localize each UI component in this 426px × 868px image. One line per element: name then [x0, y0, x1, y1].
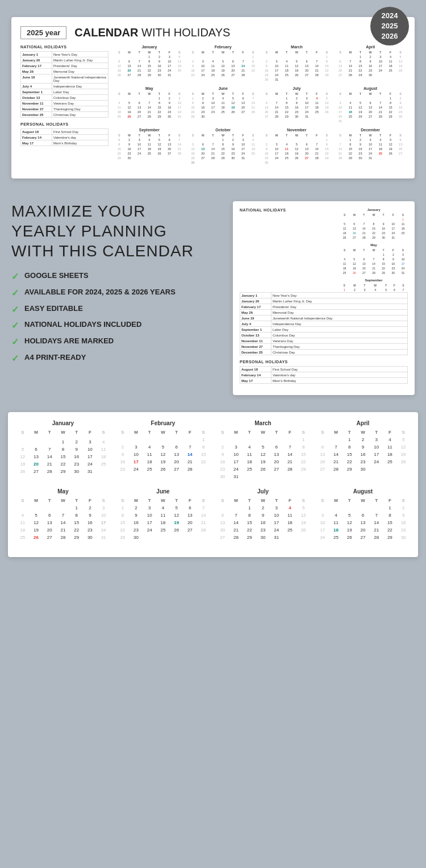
list-item: June 19Juneteenth National Independence … — [21, 74, 108, 84]
mini-cal-march: March SMTWTFS 1 2345678 9101112131415 16… — [262, 45, 332, 82]
preview-cal-area: January SMTWTFS 1 567891011 121314151617… — [340, 208, 408, 292]
list-item: ✓ GOOGLE SHEETS — [11, 271, 224, 283]
marketing-text: MAXIMIZE YOURYEARLY PLANNINGWITH THIS CA… — [11, 201, 224, 369]
check-icon: ✓ — [11, 271, 19, 283]
personal-holidays-title: PERSONAL HOLIDAYS — [20, 122, 108, 126]
section3-container: January SMTWTFS 1234 567891011 121314151… — [0, 406, 426, 568]
list-item: January 20Martin Luther King Jr. Day — [240, 298, 408, 304]
list-item: January 1New Year's Day — [21, 52, 108, 57]
year-box: 2025 year — [20, 26, 66, 39]
list-item: December 25Christmas Day — [240, 350, 408, 355]
list-item: ✓ NATIONAL HOLIDAYS INCLUDED — [11, 320, 224, 332]
large-mini-cal-february: February SMTWTFS 1 2345678 9101112131415… — [116, 420, 210, 480]
preview-card: January SMTWTFS 1 567891011 121314151617… — [233, 201, 415, 395]
large-mini-cal-january: January SMTWTFS 1234 567891011 121314151… — [16, 420, 110, 480]
card-body: NATIONAL HOLIDAYS January 1New Year's Da… — [20, 45, 406, 169]
mini-cal-january: January SMTWTFS 1234 567891011 121314151… — [114, 45, 185, 82]
list-item: September 1Labor Day — [240, 327, 408, 333]
list-item: February 17Presidents' Day — [21, 63, 108, 69]
large-mini-cal-july2: July SMTWTFS 12345 6789101112 1314151617… — [216, 488, 310, 541]
months-row-1: January SMTWTFS 1234 567891011 121314151… — [114, 45, 406, 82]
national-holidays-table: January 1New Year's Day January 20Martin… — [20, 51, 108, 118]
large-months-row-1: January SMTWTFS 1234 567891011 121314151… — [16, 420, 410, 480]
large-mini-cal-may2: May SMTWTFS 123 45678910 11121314151617 … — [16, 488, 110, 541]
list-item: November 27Thanksgiving Day — [240, 344, 408, 350]
large-months-row-2: May SMTWTFS 123 45678910 11121314151617 … — [16, 488, 410, 541]
mini-cal-february: February SMTWTFS 1 2345678 9101112131415… — [188, 45, 258, 82]
mini-cal-may: May SMTWTFS 123 45678910 11121314151617 … — [114, 86, 185, 123]
list-item: May 26Memorial Day — [21, 69, 108, 74]
mini-cal-october: October SMTWTFS 1234 567891011 121314151… — [188, 128, 258, 165]
list-item: September 1Labor Day — [21, 89, 108, 95]
list-item: November 11Veterans Day — [21, 101, 108, 106]
section1-container: 2024 2025 2026 2025 year CALENDAR WITH H… — [0, 0, 426, 190]
list-item: May 17Mom's Birthday — [240, 378, 408, 384]
large-mini-cal-april: April SMTWTFS 12345 6789101112 131415161… — [316, 420, 410, 480]
list-item: February 17Presidents' Day — [240, 304, 408, 310]
list-item: February 14Valentine's day — [240, 372, 408, 378]
preview-content: January SMTWTFS 1 567891011 121314151617… — [240, 208, 408, 388]
preview-mini-cal-may: May SMTWTFS 123 45678910 11121314151617 … — [340, 243, 408, 275]
title-rest: WITH HOLIDAYS — [141, 26, 230, 39]
badge-year2: 2025 — [382, 21, 398, 31]
list-item: January 1New Year's Day — [240, 293, 408, 298]
year-badge-container: 2024 2025 2026 — [370, 7, 409, 45]
list-item: June 19Juneteenth National Independence … — [240, 315, 408, 321]
mini-cal-november: November SMTWTFS 1 2345678 9101112131415… — [262, 128, 332, 165]
calendar-card: 2024 2025 2026 2025 year CALENDAR WITH H… — [11, 17, 415, 178]
large-cal-card: January SMTWTFS 1234 567891011 121314151… — [8, 412, 418, 557]
title-bold: CALENDAR — [74, 26, 138, 39]
check-icon: ✓ — [11, 337, 19, 348]
list-item: July 4Independence Day — [21, 84, 108, 89]
list-item: May 26Memorial Day — [240, 310, 408, 315]
large-mini-cal-june2: June SMTWTFS 1234567 891011121314 151617… — [116, 488, 210, 541]
list-item: November 11Veterans Day — [240, 338, 408, 344]
preview-mini-cal-september: September SMTWTFS 1234567 — [340, 279, 408, 292]
calendars-grid: January SMTWTFS 1234 567891011 121314151… — [114, 45, 406, 169]
check-icon: ✓ — [11, 320, 19, 332]
list-item: October 13Columbus Day — [21, 95, 108, 101]
badge-year3: 2026 — [382, 31, 398, 41]
holidays-sidebar: NATIONAL HOLIDAYS January 1New Year's Da… — [20, 45, 108, 169]
list-item: ✓ AVAILABLE FOR 2024, 2025 & 2026 YEARS — [11, 288, 224, 300]
list-item: ✓ EASY EDITABLE — [11, 304, 224, 316]
list-item: December 25Christmas Day — [21, 112, 108, 118]
mini-cal-april: April SMTWTFS 12345 6789101112 131415161… — [335, 45, 406, 82]
mini-cal-july: July SMTWTFS 12345 6789101112 1314151617… — [262, 86, 332, 123]
list-item: ✓ HOLIDAYS ARE MARKED — [11, 337, 224, 348]
large-mini-cal-august2: August SMTWTFS 12 3456789 10111213141516… — [316, 488, 410, 541]
features-list: ✓ GOOGLE SHEETS ✓ AVAILABLE FOR 2024, 20… — [11, 271, 224, 365]
check-icon: ✓ — [11, 304, 19, 316]
national-holidays-title: NATIONAL HOLIDAYS — [20, 45, 108, 49]
check-icon: ✓ — [11, 288, 19, 300]
months-row-3: September SMTWTFS 1234567 891011121314 1… — [114, 128, 406, 165]
marketing-headline: MAXIMIZE YOURYEARLY PLANNINGWITH THIS CA… — [11, 201, 224, 261]
list-item: ✓ A4 PRINT-READY — [11, 353, 224, 365]
badge-year1: 2024 — [382, 11, 398, 21]
list-item: January 20Martin Luther King Jr. Day — [21, 57, 108, 63]
preview-mini-cal-january: January SMTWTFS 1 567891011 121314151617… — [340, 208, 408, 240]
card-header: 2025 year CALENDAR WITH HOLIDAYS — [20, 26, 406, 39]
list-item: August 18First School Day — [21, 129, 108, 135]
mini-cal-august: August SMTWTFS 12 3456789 10111213141516… — [335, 86, 406, 123]
mini-cal-june: June SMTWTFS 1234567 891011121314 151617… — [188, 86, 258, 123]
list-item: May 17Mom's Birthday — [21, 140, 108, 146]
months-row-2: May SMTWTFS 123 45678910 11121314151617 … — [114, 86, 406, 123]
year-badge: 2024 2025 2026 — [370, 7, 409, 45]
mini-cal-december: December SMTWTFS 123456 78910111213 1415… — [335, 128, 406, 165]
list-item: August 18First School Day — [240, 367, 408, 372]
list-item: July 4Independence Day — [240, 321, 408, 327]
card-title: CALENDAR WITH HOLIDAYS — [74, 26, 230, 39]
large-mini-cal-march: March SMTWTFS 1 2345678 9101112131415 16… — [216, 420, 310, 480]
list-item: November 27Thanksgiving Day — [21, 106, 108, 112]
mini-cal-september: September SMTWTFS 1234567 891011121314 1… — [114, 128, 185, 165]
check-icon: ✓ — [11, 353, 19, 365]
list-item: October 13Columbus Day — [240, 333, 408, 338]
section2-container: MAXIMIZE YOURYEARLY PLANNINGWITH THIS CA… — [0, 190, 426, 406]
list-item: February 14Valentine's day — [21, 135, 108, 140]
personal-holidays-table: August 18First School Day February 14Val… — [20, 128, 108, 146]
